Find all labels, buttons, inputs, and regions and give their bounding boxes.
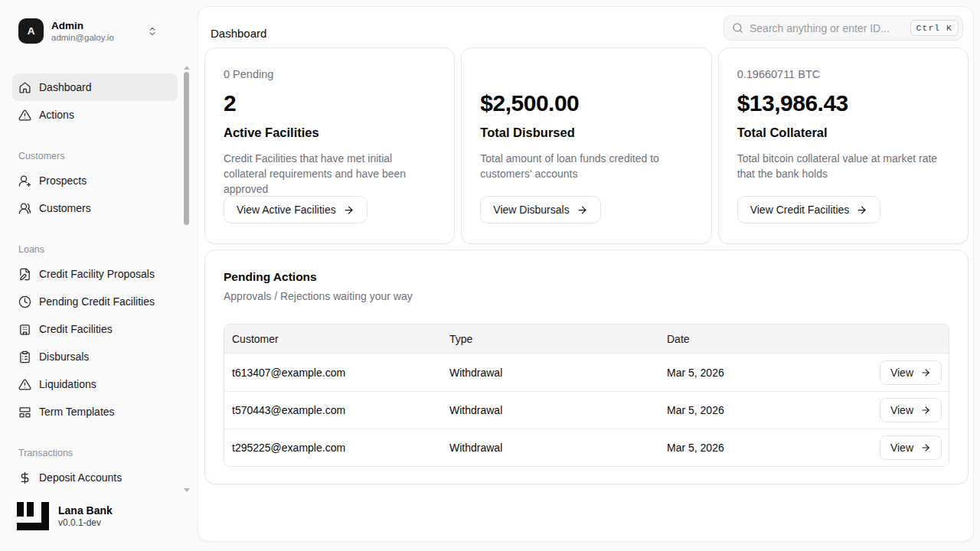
sidebar-item-liquidations[interactable]: Liquidations [12,370,178,398]
search-bar[interactable]: Ctrl K [724,15,963,41]
sidebar-scrollbar[interactable] [184,72,189,225]
stat-title: Active Facilities [224,124,436,142]
arrow-right-icon [856,204,867,216]
cell-customer: t613407@example.com [224,367,442,379]
cell-type: Withdrawal [442,442,659,454]
button-label: View [890,367,913,379]
chevrons-up-down-icon[interactable] [147,26,158,37]
cell-date: Mar 5, 2026 [659,442,863,454]
section-label-loans: Loans [12,243,178,256]
stat-card-total-collateral: 0.19660711 BTC $13,986.43 Total Collater… [718,47,969,244]
stat-description: Total bitcoin collateral value at market… [737,151,949,181]
sidebar-item-label: Liquidations [39,378,96,390]
view-row-button[interactable]: View [880,398,942,422]
sidebar-item-customers[interactable]: Customers [12,194,178,222]
sidebar-item-label: Credit Facilities [39,323,113,335]
section-label-transactions: Transactions [12,447,178,459]
cell-date: Mar 5, 2026 [659,404,863,416]
dollar-sign-icon [18,471,31,484]
stat-value: 2 [224,90,436,117]
sidebar-item-label: Actions [39,109,74,121]
table-row[interactable]: t295225@example.com Withdrawal Mar 5, 20… [224,429,949,466]
table-row[interactable]: t613407@example.com Withdrawal Mar 5, 20… [224,354,949,391]
view-active-facilities-button[interactable]: View Active Facilities [224,196,368,223]
button-label: View Credit Facilities [750,204,850,216]
scrollbar-up-arrow[interactable] [184,66,190,70]
scrollbar-down-arrow[interactable] [184,488,190,492]
sidebar-item-label: Disbursals [39,350,89,363]
cell-type: Withdrawal [442,404,659,416]
sidebar-item-label: Term Templates [39,406,115,418]
view-row-button[interactable]: View [880,360,942,385]
sidebar-item-pending-credit-facilities[interactable]: Pending Credit Facilities [12,288,178,315]
stat-description: Credit Facilities that have met initial … [224,151,436,197]
pending-actions-title: Pending Actions [224,269,949,285]
column-header-type: Type [442,333,659,345]
sidebar-item-term-templates[interactable]: Term Templates [12,398,178,425]
button-label: View [890,442,913,454]
stat-top-label [480,67,692,82]
lana-bank-logo [17,502,49,530]
table-row[interactable]: t570443@example.com Withdrawal Mar 5, 20… [224,391,949,429]
arrow-right-icon [920,405,931,416]
pending-actions-subtitle: Approvals / Rejections waiting your way [224,289,949,304]
user-menu[interactable]: A Admin admin@galoy.io [18,18,179,44]
sidebar-item-label: Deposit Accounts [39,471,122,484]
layout-panel-icon [18,406,31,419]
avatar: A [18,18,44,44]
sidebar: A Admin admin@galoy.io Dashboard Actions… [0,0,198,551]
users-icon [18,202,31,215]
sidebar-item-actions[interactable]: Actions [12,101,178,129]
sidebar-item-label: Dashboard [39,81,92,93]
pending-actions-card: Pending Actions Approvals / Rejections w… [204,249,969,484]
sidebar-item-dashboard[interactable]: Dashboard [12,73,178,101]
stat-top-label: 0.19660711 BTC [737,67,949,82]
button-label: View Active Facilities [237,204,336,216]
stat-value: $2,500.00 [480,90,692,117]
sidebar-nav: Dashboard Actions Customers Prospects Cu… [12,73,178,491]
sidebar-item-prospects[interactable]: Prospects [12,167,178,194]
arrow-right-icon [920,367,931,378]
view-row-button[interactable]: View [880,435,942,460]
sidebar-item-label: Credit Facility Proposals [39,268,155,280]
button-label: View Disbursals [493,204,569,216]
cell-customer: t295225@example.com [224,442,442,454]
brand-version: v0.0.1-dev [58,517,113,529]
file-pen-icon [18,268,31,281]
clock-icon [18,295,31,308]
cell-customer: t570443@example.com [224,404,442,416]
stat-card-total-disbursed: $2,500.00 Total Disbursed Total amount o… [461,47,711,244]
search-icon [732,22,743,34]
sidebar-item-deposit-accounts[interactable]: Deposit Accounts [12,464,178,491]
home-icon [18,81,31,94]
triangle-alert-icon [18,378,31,391]
stat-title: Total Disbursed [480,124,692,142]
column-header-customer: Customer [224,333,442,345]
brand-name: Lana Bank [58,504,113,517]
page-title: Dashboard [211,25,266,42]
column-header-date: Date [659,333,863,345]
view-disbursals-button[interactable]: View Disbursals [480,196,600,223]
sidebar-item-label: Pending Credit Facilities [39,295,155,308]
keyboard-shortcut-badge: Ctrl K [910,20,959,36]
arrow-right-icon [577,204,588,216]
button-label: View [890,404,913,416]
section-label-customers: Customers [12,150,178,162]
sidebar-item-credit-facility-proposals[interactable]: Credit Facility Proposals [12,260,178,288]
sidebar-item-credit-facilities[interactable]: Credit Facilities [12,315,178,343]
sidebar-item-disbursals[interactable]: Disbursals [12,343,178,370]
user-name: Admin [51,19,114,32]
user-email: admin@galoy.io [51,32,114,43]
building-icon [18,323,31,336]
user-plus-icon [18,174,31,187]
triangle-alert-icon [18,109,31,122]
view-credit-facilities-button[interactable]: View Credit Facilities [737,196,881,223]
stat-value: $13,986.43 [737,90,949,117]
main-panel: Dashboard Ctrl K 0 Pending 2 Active Faci… [198,6,974,542]
sidebar-item-label: Customers [39,202,91,214]
arrow-right-icon [920,442,931,453]
stat-card-active-facilities: 0 Pending 2 Active Facilities Credit Fac… [204,47,455,244]
stat-description: Total amount of loan funds credited to c… [480,151,692,181]
stat-top-label: 0 Pending [224,67,436,82]
search-input[interactable] [750,22,904,34]
